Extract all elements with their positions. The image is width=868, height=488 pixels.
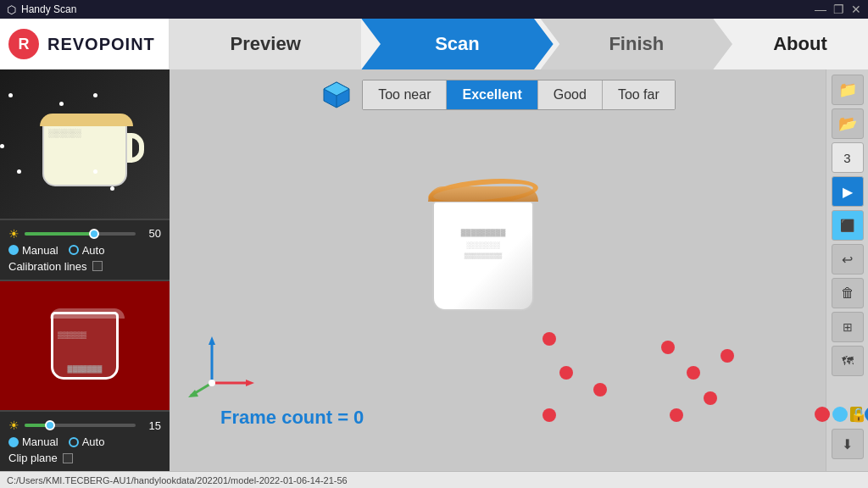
excellent-button[interactable]: Excellent	[447, 80, 537, 109]
3d-scene: ▓▓▓▓▓▓▓▓▓ ░░░░░░░ ▒▒▒▒▒▒▒▒▒	[170, 129, 826, 471]
frame-count: Frame count = 0	[220, 407, 364, 429]
clip-checkbox[interactable]	[63, 453, 73, 463]
close-button[interactable]: ✕	[851, 3, 861, 16]
svg-point-9	[209, 380, 215, 386]
nav-about[interactable]: About	[732, 19, 868, 69]
camera-image-bottom: ▓▓▓▓▓▓▓ ▒▒▒▒▒▒	[0, 281, 170, 410]
red-dot	[542, 408, 556, 422]
brightness-icon: ☀	[8, 227, 19, 241]
stop-button[interactable]: ⬛	[832, 210, 864, 241]
clip-track[interactable]	[25, 424, 136, 427]
good-button[interactable]: Good	[538, 80, 603, 109]
clip-slider-row[interactable]: ☀ 15	[8, 419, 161, 432]
topnav: R REVOPOINT Preview Scan Finish About	[0, 19, 868, 69]
statusbar: C:/Users/KMI.TECBERG-AU1/handylookdata/2…	[0, 471, 868, 488]
bottom-icon-group: 🔒 ⬇	[815, 407, 868, 466]
color-dot-cyan	[832, 407, 848, 422]
brightness-thumb[interactable]	[89, 229, 99, 239]
clip-thumb[interactable]	[45, 420, 55, 430]
red-dot	[542, 332, 556, 346]
brightness-value: 50	[141, 227, 161, 240]
top-camera-preview: ░░░░░░	[0, 69, 170, 220]
too-far-button[interactable]: Too far	[603, 80, 675, 109]
brightness-fill	[25, 232, 92, 236]
top-controls: ☀ 50 Manual Auto Calibration lines	[0, 220, 170, 281]
titlebar: ⬡ Handy Scan — ❐ ✕	[0, 0, 868, 19]
manual-radio-bottom[interactable]: Manual	[8, 435, 58, 448]
brightness-slider-row[interactable]: ☀ 50	[8, 227, 161, 241]
camera-image-top: ░░░░░░	[0, 69, 170, 219]
red-dot	[670, 408, 683, 422]
mug-rim	[40, 114, 133, 126]
titlebar-left: ⬡ Handy Scan	[7, 3, 76, 16]
red-dot	[721, 349, 734, 363]
cube-icon	[320, 78, 353, 112]
svg-marker-6	[246, 380, 254, 386]
calib-checkbox[interactable]	[92, 261, 103, 271]
nav-preview[interactable]: Preview	[170, 19, 361, 69]
manual-radio-top[interactable]: Manual	[8, 244, 58, 257]
main-viewport: Too near Excellent Good Too far ▓▓▓▓▓▓▓▓…	[170, 69, 826, 471]
red-dot	[661, 341, 675, 354]
auto-radio-top[interactable]: Auto	[69, 244, 105, 257]
sidebar-left: ░░░░░░ ☀ 50	[0, 69, 170, 471]
manual-radio-indicator	[8, 245, 19, 255]
color-dot-red	[815, 407, 830, 422]
app-title: Handy Scan	[21, 3, 76, 15]
clip-value: 15	[141, 419, 161, 432]
bottom-camera-preview: ▓▓▓▓▓▓▓ ▒▒▒▒▒▒	[0, 281, 170, 412]
calib-row: Calibration lines	[8, 260, 161, 273]
logo-text: REVOPOINT	[47, 35, 155, 54]
svg-marker-4	[209, 336, 215, 345]
lock-icon[interactable]: 🔒	[850, 407, 862, 422]
red-dot	[559, 366, 573, 380]
auto-radio-bottom[interactable]: Auto	[69, 435, 105, 448]
bottom-controls: ☀ 15 Manual Auto Clip plane	[0, 412, 170, 471]
red-dot	[704, 391, 717, 405]
clip-brightness-icon: ☀	[8, 419, 19, 432]
logo-area: R REVOPOINT	[0, 19, 170, 69]
distance-bar: Too near Excellent Good Too far	[362, 80, 676, 110]
minimize-button[interactable]: —	[815, 3, 826, 16]
grid-button[interactable]: ⊞	[832, 312, 864, 342]
maximize-button[interactable]: ❐	[833, 3, 844, 16]
auto-radio-indicator	[69, 245, 79, 255]
nav-finish[interactable]: Finish	[541, 19, 732, 69]
clip-fill	[25, 424, 47, 427]
app-icon: ⬡	[7, 3, 16, 16]
red-dot	[687, 366, 700, 380]
logo-icon: R	[8, 29, 39, 59]
axes-indicator	[186, 332, 254, 403]
sidebar-right: 📁 📂 3 ▶ ⬛ ↩ 🗑 ⊞ 🗺 🔒 ⬇	[826, 69, 868, 471]
map-button[interactable]: 🗺	[832, 346, 864, 376]
download-button[interactable]: ⬇	[832, 429, 864, 459]
brightness-track[interactable]	[25, 232, 136, 236]
scan-controls-bar: Too near Excellent Good Too far	[170, 78, 826, 112]
bottom-radio-row: Manual Auto	[8, 435, 161, 448]
mug-handle	[127, 133, 144, 163]
red-dot	[593, 383, 607, 396]
manual-radio-indicator-2	[8, 437, 19, 447]
undo-button[interactable]: ↩	[832, 244, 864, 274]
auto-radio-indicator-2	[69, 437, 79, 447]
top-radio-row: Manual Auto	[8, 244, 161, 257]
upload-button[interactable]: 📁	[832, 75, 864, 105]
play-button[interactable]: ▶	[832, 176, 864, 207]
too-near-button[interactable]: Too near	[363, 80, 447, 109]
open-button[interactable]: 📂	[832, 108, 864, 139]
count-display: 3	[832, 142, 864, 173]
clip-row: Clip plane	[8, 452, 161, 464]
nav-items: Preview Scan Finish About	[170, 19, 868, 69]
delete-button[interactable]: 🗑	[832, 278, 864, 308]
titlebar-controls[interactable]: — ❐ ✕	[815, 3, 861, 16]
mug-3d-preview: ░░░░░░	[42, 119, 127, 186]
status-path: C:/Users/KMI.TECBERG-AU1/handylookdata/2…	[7, 475, 348, 485]
nav-scan[interactable]: Scan	[361, 19, 553, 69]
